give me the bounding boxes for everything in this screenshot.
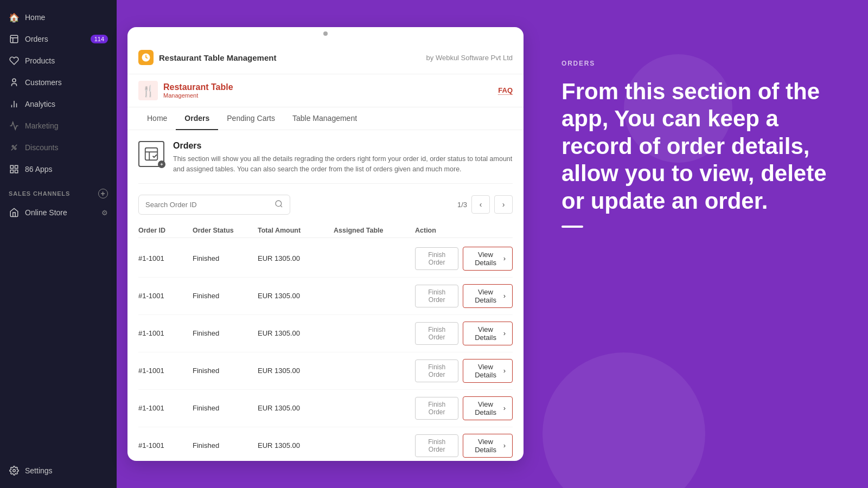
view-details-button[interactable]: View Details › xyxy=(463,434,513,458)
sidebar-item-products[interactable]: Products xyxy=(0,50,117,72)
order-id: #1-1001 xyxy=(138,329,193,337)
online-store-settings-icon[interactable]: ⚙ xyxy=(101,209,108,217)
svg-rect-12 xyxy=(10,170,13,173)
finish-order-button[interactable]: Finish Order xyxy=(415,285,458,307)
sidebar-item-home[interactable]: 🏠 Home xyxy=(0,7,117,28)
sidebar-item-online-store[interactable]: Online Store ⚙ xyxy=(0,202,117,223)
row-actions: Finish Order View Details › xyxy=(415,359,513,383)
order-status: Finished xyxy=(193,329,258,337)
app-logo-area: 🍴 Restaurant Table Management xyxy=(138,81,233,100)
row-actions: Finish Order View Details › xyxy=(415,247,513,271)
sidebar-item-orders[interactable]: Orders 114 xyxy=(0,28,117,50)
add-channel-button[interactable]: + xyxy=(98,189,108,198)
main-area: Restaurant Table Management by Webkul So… xyxy=(117,0,868,488)
row-actions: Finish Order View Details › xyxy=(415,284,513,308)
svg-rect-18 xyxy=(145,148,158,160)
pagination: 1/3 ‹ › xyxy=(457,195,513,214)
svg-rect-10 xyxy=(10,165,13,168)
sidebar-item-label: Marketing xyxy=(25,121,58,130)
orders-badge: 114 xyxy=(91,35,108,43)
sidebar-item-label: Customers xyxy=(25,78,62,87)
finish-order-button[interactable]: Finish Order xyxy=(415,397,458,420)
search-icon xyxy=(275,200,283,210)
home-icon: 🏠 xyxy=(9,12,20,23)
right-heading: From this section of the app, You can ke… xyxy=(561,78,830,215)
customers-icon xyxy=(9,77,20,88)
col-assigned-table: Assigned Table xyxy=(334,227,415,234)
sidebar-item-label: Analytics xyxy=(25,100,55,108)
sidebar-bottom: Settings xyxy=(0,460,117,481)
orders-description: This section will show you all the detai… xyxy=(173,154,513,175)
search-row: 1/3 ‹ › xyxy=(138,195,513,215)
sidebar-item-customers[interactable]: Customers xyxy=(0,72,117,93)
order-status: Finished xyxy=(193,367,258,375)
view-details-button[interactable]: View Details › xyxy=(463,247,513,271)
section-label: SALES CHANNELS xyxy=(9,190,70,197)
tab-orders[interactable]: Orders xyxy=(176,107,218,130)
order-id: #1-1001 xyxy=(138,254,193,262)
tab-table-management[interactable]: Table Management xyxy=(284,107,366,130)
sidebar-item-marketing[interactable]: Marketing xyxy=(0,115,117,137)
order-status: Finished xyxy=(193,441,258,450)
nav-tabs: Home Orders Pending Carts Table Manageme… xyxy=(127,107,524,130)
right-section-label: ORDERS xyxy=(561,60,830,67)
discounts-icon xyxy=(9,142,20,153)
orders-text: Orders This section will show you all th… xyxy=(173,141,513,175)
order-amount: EUR 1305.00 xyxy=(258,292,334,300)
order-status: Finished xyxy=(193,254,258,262)
sidebar-item-discounts[interactable]: Discounts xyxy=(0,137,117,158)
sidebar-item-label: Home xyxy=(25,13,45,22)
col-order-status: Order Status xyxy=(193,227,258,234)
pagination-next-button[interactable]: › xyxy=(494,195,513,214)
view-details-button[interactable]: View Details › xyxy=(463,359,513,383)
finish-order-button[interactable]: Finish Order xyxy=(415,247,458,270)
finish-order-button[interactable]: Finish Order xyxy=(415,359,458,382)
tab-home[interactable]: Home xyxy=(138,107,176,130)
row-actions: Finish Order View Details › xyxy=(415,434,513,458)
view-details-button[interactable]: View Details › xyxy=(463,396,513,420)
sidebar-item-label: Settings xyxy=(25,466,53,475)
order-id: #1-1001 xyxy=(138,404,193,412)
orders-section-header: Orders This section will show you all th… xyxy=(138,141,513,184)
svg-point-21 xyxy=(276,201,282,207)
brand-sub: Management xyxy=(163,92,233,99)
app-header-left: Restaurant Table Management xyxy=(138,50,276,65)
marketing-icon xyxy=(9,120,20,131)
table-row: #1-1001 Finished EUR 1305.00 Finish Orde… xyxy=(138,315,513,352)
sidebar-item-label: Orders xyxy=(25,35,48,43)
sidebar-item-settings[interactable]: Settings xyxy=(0,460,117,481)
order-amount: EUR 1305.00 xyxy=(258,367,334,375)
search-box xyxy=(138,195,290,215)
sidebar-item-label: Online Store xyxy=(25,208,67,217)
finish-order-button[interactable]: Finish Order xyxy=(415,434,458,457)
col-total-amount: Total Amount xyxy=(258,227,334,234)
faq-link[interactable]: FAQ xyxy=(498,86,513,95)
svg-point-7 xyxy=(12,145,14,147)
order-amount: EUR 1305.00 xyxy=(258,254,334,262)
view-details-button[interactable]: View Details › xyxy=(463,284,513,308)
col-action: Action xyxy=(415,227,513,234)
sales-channels-section: SALES CHANNELS + xyxy=(0,180,117,202)
search-input[interactable] xyxy=(145,201,270,209)
apps-icon xyxy=(9,164,20,175)
sidebar-item-label: Discounts xyxy=(25,143,58,152)
top-dot xyxy=(323,31,328,36)
orders-table: Order ID Order Status Total Amount Assig… xyxy=(138,223,513,461)
svg-rect-13 xyxy=(15,170,18,173)
online-store-icon xyxy=(9,207,20,218)
app-icon xyxy=(138,50,154,65)
tab-pending-carts[interactable]: Pending Carts xyxy=(218,107,284,130)
sidebar-item-apps[interactable]: 86 Apps xyxy=(0,158,117,180)
view-details-button[interactable]: View Details › xyxy=(463,322,513,345)
finish-order-button[interactable]: Finish Order xyxy=(415,322,458,345)
app-subheader: 🍴 Restaurant Table Management FAQ xyxy=(127,74,524,107)
orders-icon xyxy=(9,34,20,44)
svg-line-22 xyxy=(280,206,282,207)
order-status: Finished xyxy=(193,404,258,412)
sidebar-item-label: Products xyxy=(25,56,55,65)
row-actions: Finish Order View Details › xyxy=(415,396,513,420)
pagination-prev-button[interactable]: ‹ xyxy=(471,195,490,214)
order-amount: EUR 1305.00 xyxy=(258,329,334,337)
sidebar-item-analytics[interactable]: Analytics xyxy=(0,93,117,115)
pagination-label: 1/3 xyxy=(457,201,467,209)
